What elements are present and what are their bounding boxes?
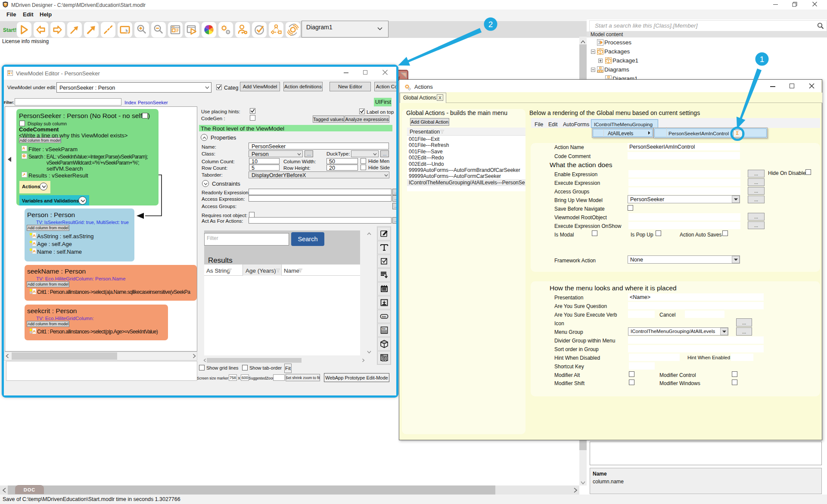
svg-text:1: 1: [760, 55, 765, 64]
svg-text:btn: btn: [382, 315, 386, 318]
svg-text:list: list: [382, 327, 386, 330]
svg-text:2: 2: [488, 20, 493, 29]
